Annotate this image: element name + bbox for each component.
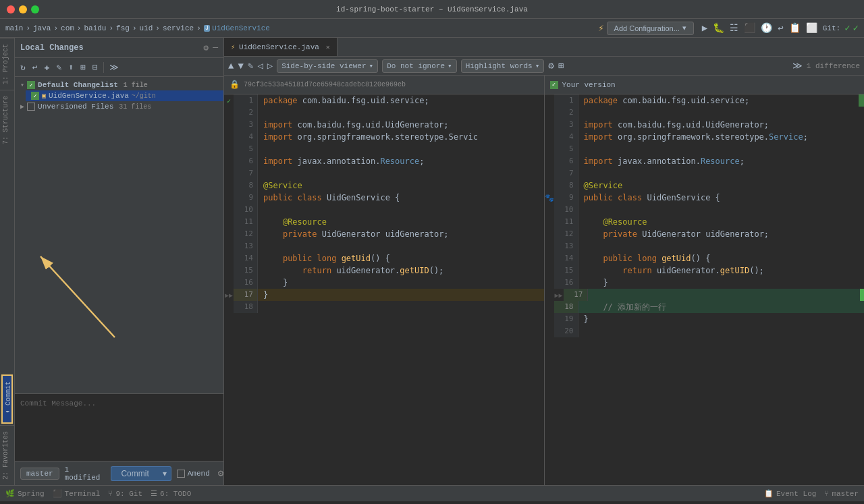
diff-line-marker	[545, 289, 554, 301]
close-panel-icon[interactable]: —	[213, 43, 218, 53]
master-branch-status[interactable]: ⑂ master	[824, 490, 859, 498]
stop-icon[interactable]: ⬛	[744, 22, 755, 34]
commit-message-input[interactable]	[15, 394, 223, 461]
breadcrumb-class[interactable]: J UidGenService	[204, 24, 270, 32]
file-item[interactable]: ✓ ▣ UidGenService.java ~/gitn	[26, 90, 223, 101]
diff-forward-button[interactable]: ▷	[267, 60, 273, 72]
line-content: public class UidGenService {	[578, 192, 865, 204]
diff-line: 19 }	[545, 313, 865, 325]
breadcrumb-main[interactable]: main	[5, 24, 23, 32]
refresh-btn[interactable]: ↻	[18, 61, 28, 74]
breadcrumb-com[interactable]: com	[61, 24, 74, 32]
run-icon[interactable]: ▶	[702, 22, 707, 34]
unversioned-expand-icon[interactable]: ▶	[20, 103, 24, 111]
edit-btn[interactable]: ✎	[53, 61, 64, 74]
diff-line-marker	[224, 277, 234, 289]
line-content	[578, 240, 865, 252]
undo-icon[interactable]: ↩	[778, 22, 783, 34]
diff-line-added-17: ▶▶ 17	[545, 289, 865, 301]
todo-status[interactable]: ☰ 6: TODO	[151, 489, 191, 498]
more-btn[interactable]: ≫	[107, 61, 122, 74]
diff-line: 8 @Service	[545, 179, 865, 192]
copy-icon[interactable]: 📋	[789, 22, 801, 34]
diff-next-button[interactable]: ▼	[238, 61, 243, 72]
fold-icon[interactable]: ▶▶	[554, 289, 564, 301]
file-path: ~/gitn	[132, 92, 156, 100]
class-icon: J	[204, 25, 210, 32]
line-content	[578, 143, 865, 155]
default-changelist-header[interactable]: ▾ ✓ Default Changelist 1 file	[15, 80, 223, 90]
sidebar-tab-commit[interactable]: ☁ Commit	[1, 374, 13, 424]
ignore-select[interactable]: Do not ignore ▾	[382, 59, 456, 73]
history-icon[interactable]: 🕐	[761, 22, 772, 34]
viewer-select[interactable]: Side-by-side viewer ▾	[277, 59, 378, 73]
file-tab-uidgenservice[interactable]: ⚡ UidGenService.java ✕	[224, 38, 338, 56]
layout-icon[interactable]: ⬜	[806, 22, 817, 34]
line-num: 2	[554, 107, 578, 119]
amend-checkbox[interactable]	[177, 470, 185, 478]
coverage-icon[interactable]: ☵	[730, 22, 738, 34]
commit-settings-icon[interactable]: ⚙	[218, 468, 223, 479]
diff-edit-button[interactable]: ✎	[248, 60, 253, 72]
line-num: 19	[554, 313, 578, 325]
amend-option[interactable]: Amend	[177, 470, 210, 478]
diff-line-marker	[545, 119, 554, 131]
close-button[interactable]	[7, 5, 15, 13]
expand-arrow-icon[interactable]: ▾	[20, 81, 24, 89]
window-controls[interactable]	[7, 5, 39, 13]
git-checkmark-icon[interactable]: ✓	[853, 22, 859, 34]
diff-line: 3 import com.baidu.fsg.uid.UidGenerator;	[224, 119, 544, 131]
commit-button[interactable]: Commit	[111, 466, 158, 481]
commit-message-area[interactable]: Commit Message...	[15, 393, 223, 461]
spring-status[interactable]: 🌿 Spring	[5, 489, 45, 498]
line-num: 18	[554, 301, 578, 313]
line-num: 12	[234, 228, 258, 240]
diff-more-icon[interactable]: ≫	[792, 60, 803, 72]
add-btn[interactable]: ✚	[42, 61, 53, 74]
settings-icon[interactable]: ⚙	[203, 43, 209, 53]
unversioned-files-header[interactable]: ▶ Unversioned Files 31 files	[15, 101, 223, 112]
event-log-status[interactable]: 📋 Event Log	[764, 489, 816, 498]
right-diff-checkbox[interactable]: ✓	[550, 81, 558, 89]
file-tab-close-button[interactable]: ✕	[326, 43, 330, 51]
debug-icon[interactable]: 🐛	[713, 22, 724, 34]
file-tab-icon: ⚡	[231, 43, 235, 51]
fullscreen-button[interactable]	[31, 5, 39, 13]
diff-prev-button[interactable]: ▲	[228, 61, 234, 72]
git-check-icon[interactable]: ✓	[844, 22, 850, 34]
breadcrumb-service[interactable]: service	[163, 24, 194, 32]
line-content: private UidGenerator uidGenerator;	[578, 228, 865, 240]
breadcrumb-uid[interactable]: uid	[140, 24, 153, 32]
breadcrumb: main › java › com › baidu › fsg › uid › …	[5, 24, 270, 32]
upload-btn[interactable]: ⬆	[65, 61, 76, 74]
breadcrumb-fsg[interactable]: fsg	[116, 24, 130, 32]
fold-icon[interactable]: ▶▶	[224, 289, 234, 301]
sidebar-tab-project[interactable]: 1: Project	[0, 38, 14, 90]
sidebar-tab-structure[interactable]: 7: Structure	[0, 90, 14, 150]
diff-settings-icon[interactable]: ⚙	[548, 60, 554, 72]
diff-line: 11 @Resource	[545, 216, 865, 228]
diff-line-marker	[545, 252, 554, 264]
add-configuration-button[interactable]: Add Configuration... ▾	[607, 22, 694, 35]
breadcrumb-java[interactable]: java	[33, 24, 51, 32]
breadcrumb-baidu[interactable]: baidu	[84, 24, 106, 32]
group-btn[interactable]: ⊞	[78, 61, 88, 74]
line-num: 1	[554, 94, 578, 107]
diff-back-button[interactable]: ◁	[257, 60, 263, 72]
sidebar-tab-favorites[interactable]: 2: Favorites	[0, 425, 14, 485]
line-content: import org.springframework.stereotype.Se…	[578, 131, 865, 143]
line-num: 1	[234, 94, 258, 107]
git-status[interactable]: ⑂ 9: Git	[108, 490, 142, 498]
file-checkbox[interactable]: ✓	[31, 92, 39, 100]
diff-toolbar: ▲ ▼ ✎ ◁ ▷ Side-by-side viewer ▾ Do not i…	[224, 57, 864, 76]
expand-btn[interactable]: ⊟	[90, 61, 101, 74]
line-content	[258, 143, 544, 155]
rollback-btn[interactable]: ↩	[30, 61, 40, 74]
terminal-status[interactable]: ⬛ Terminal	[53, 489, 101, 498]
diff-columns-icon[interactable]: ⊞	[558, 60, 564, 72]
highlight-select[interactable]: Highlight words ▾	[461, 59, 545, 73]
commit-dropdown-button[interactable]: ▾	[159, 466, 171, 481]
minimize-button[interactable]	[19, 5, 27, 13]
changelist-checkbox[interactable]: ✓	[27, 81, 35, 89]
unversioned-checkbox[interactable]	[27, 103, 35, 111]
